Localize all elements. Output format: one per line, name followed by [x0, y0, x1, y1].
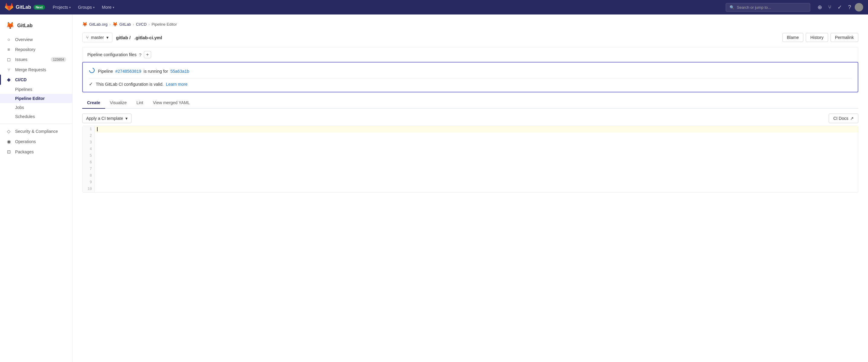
line-num-1: 1: [83, 126, 94, 133]
nav-links: Projects ▾ Groups ▾ More ▾: [50, 3, 117, 11]
nav-icon-group: ⊕ ⑂ ✓ ?: [815, 3, 863, 12]
search-placeholder: Search or jump to...: [737, 5, 771, 10]
search-icon: 🔍: [730, 5, 735, 10]
breadcrumb-gitlab[interactable]: GitLab: [119, 22, 131, 27]
new-item-button[interactable]: ⊕: [815, 3, 825, 12]
pipelines-label: Pipelines: [15, 87, 32, 92]
sidebar-item-schedules[interactable]: Schedules: [0, 112, 72, 121]
status-box: Pipeline #2748563819 is running for 55a6…: [82, 62, 858, 92]
line-num-10: 10: [83, 186, 94, 192]
blame-button[interactable]: Blame: [782, 33, 804, 42]
line-num-4: 4: [83, 146, 94, 153]
sidebar-item-jobs[interactable]: Jobs: [0, 103, 72, 112]
file-path: gitlab / .gitlab-ci.yml: [116, 35, 779, 40]
cicd-sub-menu: Pipelines Pipeline Editor Jobs Schedules: [0, 85, 72, 121]
cicd-icon: ◈: [6, 77, 11, 83]
sidebar-item-packages[interactable]: ⊡ Packages: [0, 147, 72, 157]
sidebar-item-label: Security & Compliance: [15, 129, 58, 134]
line-num-6: 6: [83, 159, 94, 166]
help-icon-button[interactable]: ?: [846, 3, 854, 12]
breadcrumb-cicd[interactable]: CI/CD: [136, 22, 147, 27]
code-line-4: [95, 146, 858, 153]
pipeline-config-header: Pipeline configuration files ? +: [82, 47, 858, 62]
checkmark-icon: ✓: [89, 81, 93, 87]
code-line-1: [95, 126, 858, 133]
help-circle-icon[interactable]: ?: [139, 52, 142, 57]
merge-requests-icon: ⑂: [6, 67, 11, 72]
status-divider: [89, 78, 852, 79]
breadcrumb-gitlabdotorg[interactable]: GitLab.org: [89, 22, 107, 27]
tab-lint[interactable]: Lint: [131, 97, 148, 109]
sidebar-item-label: Merge Requests: [15, 67, 46, 72]
sidebar: 🦊 GitLab ○ Overview ≡ Repository ◻ Issue…: [0, 14, 72, 362]
sidebar-item-security[interactable]: ◇ Security & Compliance: [0, 126, 72, 136]
nav-groups[interactable]: Groups ▾: [75, 3, 98, 11]
main-content: 🦊 GitLab.org › 🦊 GitLab › CI/CD › Pipeli…: [72, 14, 868, 362]
security-icon: ◇: [6, 129, 11, 134]
issues-icon: ◻: [6, 57, 11, 62]
pipeline-number-link[interactable]: #2748563819: [116, 69, 142, 74]
branch-selector[interactable]: ⑂ master ▾: [82, 33, 113, 42]
sidebar-item-cicd[interactable]: ◈ CI/CD: [0, 74, 72, 85]
breadcrumb: 🦊 GitLab.org › 🦊 GitLab › CI/CD › Pipeli…: [82, 22, 858, 27]
nav-logo[interactable]: GitLab Next: [5, 3, 45, 11]
line-num-2: 2: [83, 133, 94, 139]
code-line-6: [95, 159, 858, 166]
overview-icon: ○: [6, 37, 11, 42]
todos-icon-button[interactable]: ✓: [835, 3, 844, 12]
packages-icon: ⊡: [6, 149, 11, 155]
main-layout: 🦊 GitLab ○ Overview ≡ Repository ◻ Issue…: [0, 14, 868, 362]
code-line-2: [95, 133, 858, 139]
breadcrumb-gitlab-icon: 🦊: [82, 22, 87, 27]
nav-projects[interactable]: Projects ▾: [50, 3, 74, 11]
nav-more[interactable]: More ▾: [99, 3, 117, 11]
sidebar-item-overview[interactable]: ○ Overview: [0, 34, 72, 44]
merge-requests-icon-button[interactable]: ⑂: [826, 3, 834, 12]
nav-logo-text: GitLab: [16, 4, 31, 10]
permalink-button[interactable]: Permalink: [831, 33, 858, 42]
valid-status-row: ✓ This GitLab CI configuration is valid.…: [89, 81, 852, 87]
tab-visualize[interactable]: Visualize: [105, 97, 132, 109]
pipeline-running-icon: [89, 67, 95, 75]
sidebar-brand-name: GitLab: [17, 23, 33, 28]
sidebar-item-pipeline-editor[interactable]: Pipeline Editor: [0, 94, 72, 103]
editor-toolbar: Apply a CI template ▾ CI Docs ↗: [82, 113, 858, 123]
commit-hash-link[interactable]: 55a63a1b: [170, 69, 189, 74]
line-numbers: 1 2 3 4 5 6 7 8 9 10: [83, 126, 95, 192]
template-chevron-icon: ▾: [125, 116, 128, 121]
sidebar-divider: [0, 124, 72, 124]
issues-badge: 123654: [51, 57, 66, 62]
sidebar-item-label: Repository: [15, 47, 35, 52]
learn-more-link[interactable]: Learn more: [166, 82, 188, 87]
ci-docs-label: CI Docs: [833, 116, 848, 121]
code-line-8: [95, 172, 858, 179]
code-editor[interactable]: 1 2 3 4 5 6 7 8 9 10: [82, 126, 858, 193]
line-num-8: 8: [83, 172, 94, 179]
jobs-label: Jobs: [15, 105, 24, 110]
repository-icon: ≡: [6, 47, 11, 52]
tab-view-merged-yaml[interactable]: View merged YAML: [148, 97, 195, 109]
sidebar-item-issues[interactable]: ◻ Issues 123654: [0, 54, 72, 65]
external-link-icon: ↗: [850, 116, 854, 121]
search-bar[interactable]: 🔍 Search or jump to...: [726, 3, 810, 12]
user-avatar[interactable]: [855, 3, 863, 11]
code-line-7: [95, 166, 858, 172]
sidebar-item-repository[interactable]: ≡ Repository: [0, 44, 72, 54]
ci-docs-button[interactable]: CI Docs ↗: [829, 113, 858, 123]
file-name: .gitlab-ci.yml: [134, 35, 162, 40]
pipeline-status-text: Pipeline #2748563819 is running for 55a6…: [98, 69, 189, 74]
line-num-7: 7: [83, 166, 94, 172]
add-config-button[interactable]: +: [144, 51, 151, 58]
breadcrumb-sep-2: ›: [133, 22, 134, 27]
template-select[interactable]: Apply a CI template ▾: [82, 113, 131, 123]
breadcrumb-sep-3: ›: [148, 22, 150, 27]
branch-chevron-icon: ▾: [106, 35, 108, 40]
tab-create[interactable]: Create: [82, 97, 105, 109]
more-chevron-icon: ▾: [113, 6, 114, 9]
sidebar-item-operations[interactable]: ◉ Operations: [0, 136, 72, 147]
sidebar-item-merge-requests[interactable]: ⑂ Merge Requests: [0, 65, 72, 74]
sidebar-item-pipelines[interactable]: Pipelines: [0, 85, 72, 94]
next-badge: Next: [34, 5, 45, 10]
history-button[interactable]: History: [806, 33, 828, 42]
code-content[interactable]: [95, 126, 858, 192]
